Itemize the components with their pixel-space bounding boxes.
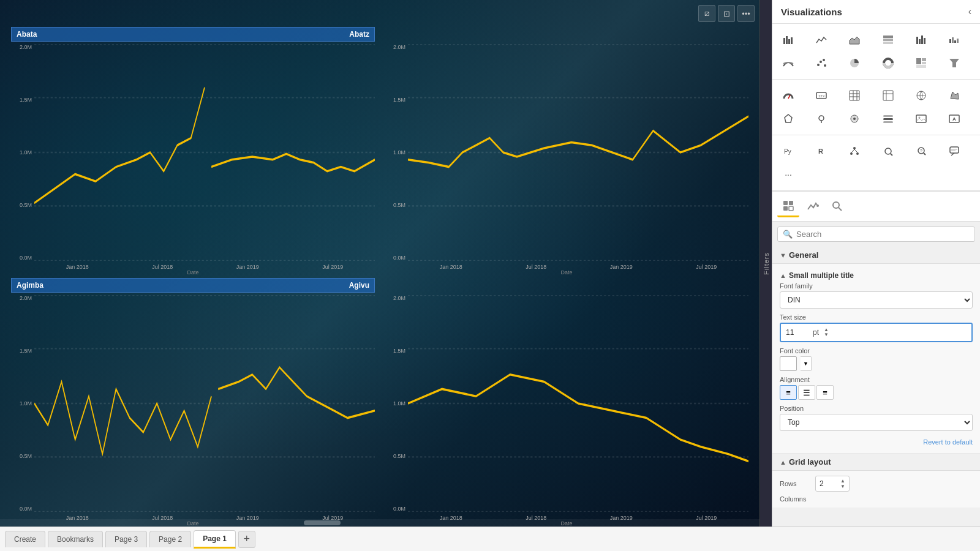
create-tab[interactable]: Create	[5, 531, 45, 547]
scrollbar-thumb[interactable]	[304, 520, 341, 525]
column-chart-icon[interactable]	[910, 29, 932, 51]
decomposition-icon[interactable]	[843, 140, 865, 162]
line-chart-icon[interactable]	[810, 29, 832, 51]
add-page-btn[interactable]: +	[238, 531, 255, 548]
viz-panel-header: Visualizations ‹	[772, 0, 980, 24]
viz-panel-title: Visualizations	[781, 7, 842, 17]
search-box[interactable]: 🔍	[777, 227, 975, 242]
filled-map-icon[interactable]	[943, 84, 965, 107]
search-input[interactable]	[796, 230, 970, 239]
svg-point-76	[850, 152, 853, 155]
svg-line-79	[854, 149, 858, 152]
revert-to-default-btn[interactable]: Revert to default	[780, 436, 973, 448]
svg-point-37	[820, 61, 822, 63]
r-script-icon[interactable]: R	[810, 140, 832, 162]
viz-tab-analytics[interactable]	[802, 195, 824, 217]
svg-rect-90	[789, 201, 793, 205]
pie-icon[interactable]	[843, 52, 865, 74]
grid-layout-label: Grid layout	[789, 457, 831, 467]
svg-rect-34	[954, 40, 956, 43]
ribbon-icon[interactable]	[777, 52, 799, 74]
more-visuals-icon[interactable]: ···	[777, 163, 799, 186]
slicer-icon[interactable]	[877, 108, 899, 130]
bookmarks-tab[interactable]: Bookmarks	[48, 531, 103, 547]
align-left-btn[interactable]: ≡	[780, 385, 797, 400]
font-color-field: Font color ▼	[780, 347, 973, 371]
rows-spinner-up[interactable]: ▲	[840, 478, 845, 484]
general-section-header[interactable]: ▼ General	[772, 247, 980, 264]
text-box-icon[interactable]: A	[943, 108, 965, 130]
key-influencer-icon[interactable]	[877, 140, 899, 162]
qa-icon[interactable]: ?	[910, 140, 932, 162]
color-dropdown-btn[interactable]: ▼	[801, 356, 812, 371]
matrix-icon[interactable]	[877, 84, 899, 107]
page3-tab[interactable]: Page 3	[105, 531, 147, 547]
panel-title-right-3: Agivu	[349, 281, 369, 290]
donut-icon[interactable]	[877, 52, 899, 74]
rows-input[interactable]	[820, 479, 838, 488]
panel-title-right-1: Abatz	[349, 30, 369, 39]
rows-input-wrap: ▲ ▼	[815, 476, 850, 492]
chart-svg-3	[34, 295, 375, 512]
svg-rect-45	[922, 62, 926, 64]
text-size-spinner[interactable]: ▲ ▼	[824, 328, 829, 337]
shape-map-icon[interactable]	[777, 108, 799, 130]
svg-rect-27	[883, 42, 893, 44]
viz-icons-grid	[772, 24, 980, 79]
horizontal-scrollbar[interactable]	[0, 519, 760, 527]
focus-icon[interactable]: ⊡	[718, 5, 735, 22]
arc-map-icon[interactable]	[843, 108, 865, 130]
svg-point-94	[833, 202, 839, 208]
font-family-select[interactable]: DIN Arial Segoe UI	[780, 291, 973, 309]
rows-spinner-down[interactable]: ▼	[840, 484, 845, 489]
viz-tab-format[interactable]	[777, 195, 799, 217]
panel-title-bar-1: Abata Abatz	[11, 27, 375, 42]
bar-chart-icon[interactable]	[777, 29, 799, 51]
waterfall-icon[interactable]	[943, 29, 965, 51]
svg-rect-44	[922, 58, 926, 61]
align-right-btn[interactable]: ≡	[816, 385, 834, 400]
svg-rect-26	[883, 39, 893, 41]
more-options-icon[interactable]: •••	[737, 5, 755, 22]
image-icon[interactable]	[910, 108, 932, 130]
chart-svg-1	[34, 44, 375, 261]
azure-map-icon[interactable]	[810, 108, 832, 130]
text-size-field: pt ▲ ▼	[780, 323, 973, 342]
funnel-icon[interactable]	[943, 52, 965, 74]
spinner-down-icon[interactable]: ▼	[824, 332, 829, 337]
grid-layout-content: Rows ▲ ▼ Columns	[772, 471, 980, 508]
viz-tab-search[interactable]	[826, 195, 848, 217]
area-chart-icon[interactable]	[843, 29, 865, 51]
position-select[interactable]: Top Bottom	[780, 414, 973, 431]
align-center-btn[interactable]: ☰	[798, 385, 815, 400]
small-multiple-title-header[interactable]: ▲ Small multiple title	[780, 269, 973, 282]
panel-chart-3: 2.0M 1.5M 1.0M 0.5M 0.0M	[11, 295, 375, 524]
font-family-field: Font family DIN Arial Segoe UI	[780, 282, 973, 309]
card-icon[interactable]: 123	[810, 84, 832, 107]
svg-rect-92	[789, 206, 793, 211]
svg-text:123: 123	[818, 94, 825, 98]
panel-bottom-right: 2.0M 1.5M 1.0M 0.5M 0.0M	[380, 276, 753, 527]
viz-panel-close-btn[interactable]: ‹	[968, 6, 971, 17]
panel-abata: Abata Abatz 2.0M 1.5M 1.0M 0.5M 0.0M	[6, 24, 380, 276]
scatter-icon[interactable]	[810, 52, 832, 74]
panel-title-bar-3: Agimba Agivu	[11, 278, 375, 293]
smart-narrative-icon[interactable]	[943, 140, 965, 162]
color-swatch[interactable]	[780, 356, 797, 371]
page1-tab[interactable]: Page 1	[194, 530, 236, 549]
map-icon[interactable]	[910, 84, 932, 107]
gauge-icon[interactable]	[777, 84, 799, 107]
filters-sidebar-toggle[interactable]: Filters	[760, 0, 772, 527]
position-label: Position	[780, 405, 973, 412]
stacked-bar-icon[interactable]	[877, 29, 899, 51]
svg-point-39	[824, 64, 826, 67]
grid-layout-chevron-icon: ▲	[780, 459, 786, 466]
treemap-icon[interactable]	[910, 52, 932, 74]
table-matrix-icon[interactable]	[843, 84, 865, 107]
text-size-input[interactable]	[786, 328, 810, 337]
grid-layout-section-header[interactable]: ▲ Grid layout	[772, 454, 980, 471]
alignment-field: Alignment ≡ ☰ ≡	[780, 376, 973, 400]
page2-tab[interactable]: Page 2	[149, 531, 191, 547]
python-icon[interactable]: Py	[777, 140, 799, 162]
filter-icon[interactable]: ⧄	[698, 5, 715, 22]
